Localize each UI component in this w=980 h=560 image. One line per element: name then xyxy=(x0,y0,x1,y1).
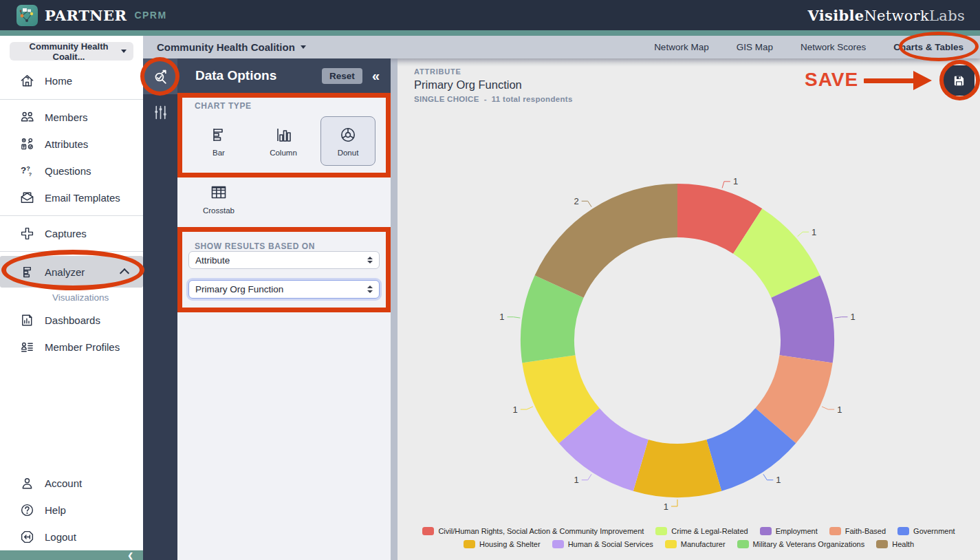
data-label: 1 xyxy=(574,475,578,485)
legend-item-faith-based[interactable]: Faith-Based xyxy=(829,527,886,535)
sidebar-divider xyxy=(0,251,143,252)
legend-item-employment[interactable]: Employment xyxy=(760,527,818,535)
attribute-name: Primary Org Function xyxy=(414,78,573,91)
reset-button[interactable]: Reset xyxy=(322,68,362,84)
chart-type-bar-button[interactable]: Bar xyxy=(186,116,251,166)
data-label: 2 xyxy=(574,196,578,206)
chart-meta: SINGLE CHOICE - 11 total respondents xyxy=(414,95,573,103)
donut-chart[interactable]: 1111111112 xyxy=(398,58,980,560)
partner-logo-icon xyxy=(17,5,38,26)
sidebar-item-help[interactable]: Help xyxy=(0,497,143,524)
sidebar-divider xyxy=(0,215,143,216)
legend-label: Employment xyxy=(776,527,818,535)
partner-brand: PARTNER CPRM xyxy=(17,5,167,26)
column-chart-icon xyxy=(274,125,293,144)
chevron-up-icon xyxy=(120,268,129,278)
results-basis-select[interactable]: Attribute xyxy=(188,251,380,269)
sidebar-item-member-profiles[interactable]: Member Profiles xyxy=(0,334,143,360)
sidebar-item-home[interactable]: Home xyxy=(0,67,143,95)
data-label: 1 xyxy=(851,312,856,322)
chart-type-group: BarColumnDonut xyxy=(186,116,375,166)
sidebar-item-label: Account xyxy=(45,477,82,489)
sidebar-item-attributes[interactable]: Attributes xyxy=(0,131,143,158)
sidebar-item-label: Attributes xyxy=(45,138,88,150)
chart-type-crosstab-button[interactable]: Crosstab xyxy=(186,174,251,224)
legend-swatch xyxy=(464,540,475,548)
legend-label: Manufacturer xyxy=(681,540,726,548)
data-label: 1 xyxy=(812,227,816,237)
members-icon xyxy=(19,109,35,125)
sidebar-item-members[interactable]: Members xyxy=(0,104,143,131)
data-label-leader xyxy=(582,474,591,480)
sidebar-item-logout[interactable]: Logout xyxy=(0,524,143,550)
network-title-text: Community Health Coalition xyxy=(157,41,295,53)
analyzer-magnifier-icon xyxy=(152,68,169,85)
visible-network-labs-wordmark: VisibleNetworkLabs xyxy=(808,7,965,24)
network-select[interactable]: Community Health Coalit... xyxy=(10,42,133,61)
donut-slice-health[interactable] xyxy=(535,184,677,298)
top-bar: PARTNER CPRM VisibleNetworkLabs xyxy=(0,0,980,30)
chart-type-donut-button[interactable]: Donut xyxy=(320,116,375,166)
panel-collapse-icon[interactable]: « xyxy=(372,68,380,84)
chart-type-label: Column xyxy=(270,149,297,157)
save-chart-button[interactable] xyxy=(944,65,974,96)
nav-charts-tables[interactable]: Charts & Tables xyxy=(893,42,963,52)
sidebar-item-dashboards[interactable]: Dashboards xyxy=(0,307,143,334)
data-label: 1 xyxy=(513,405,518,415)
legend-item-health[interactable]: Health xyxy=(876,540,914,548)
legend-label: Housing & Shelter xyxy=(479,540,541,548)
panel-scrollbar[interactable] xyxy=(391,58,398,560)
sidebar-item-label: Analyzer xyxy=(45,266,85,278)
legend-label: Government xyxy=(913,527,955,535)
sidebar-item-label: Members xyxy=(45,111,88,123)
sidebar-item-label: Help xyxy=(45,504,66,516)
nav-network-map[interactable]: Network Map xyxy=(654,42,709,52)
member-profiles-icon xyxy=(19,339,35,355)
sidebar-item-label: Questions xyxy=(45,165,91,177)
sidebar-item-captures[interactable]: Captures xyxy=(0,220,143,247)
svg-text:?: ? xyxy=(27,165,30,172)
donut-chart-icon xyxy=(338,125,358,144)
legend-item-human-social-services[interactable]: Human & Social Services xyxy=(552,540,653,548)
sidebar-item-label: Logout xyxy=(45,531,76,543)
data-label-leader xyxy=(722,182,730,189)
legend-item-government[interactable]: Government xyxy=(897,527,955,535)
legend-item-housing-shelter[interactable]: Housing & Shelter xyxy=(464,540,541,548)
legend-item-civil-human-rights-social-action-community-improvement[interactable]: Civil/Human Rights, Social Action & Comm… xyxy=(422,527,644,535)
sidebar-item-label: Dashboards xyxy=(45,314,100,326)
filters-tool-button[interactable] xyxy=(143,94,177,130)
chart-type-label: Crosstab xyxy=(203,206,235,215)
crosstab-row: Crosstab xyxy=(186,174,251,224)
analyzer-tool-button[interactable] xyxy=(143,58,177,94)
legend-item-manufacturer[interactable]: Manufacturer xyxy=(665,540,726,548)
nav-network-scores[interactable]: Network Scores xyxy=(801,42,866,52)
data-label-leader xyxy=(822,407,834,409)
legend-label: Human & Social Services xyxy=(568,540,653,548)
legend-label: Civil/Human Rights, Social Action & Comm… xyxy=(438,527,644,535)
account-icon xyxy=(19,475,35,491)
legend-item-crime-legal-related[interactable]: Crime & Legal-Related xyxy=(655,527,748,535)
nav-gis-map[interactable]: GIS Map xyxy=(737,42,773,52)
sidebar-item-questions[interactable]: ???Questions xyxy=(0,158,143,184)
legend-swatch xyxy=(665,540,677,548)
legend-label: Health xyxy=(892,540,914,548)
sidebar-spacer xyxy=(0,360,143,470)
network-title-dropdown[interactable]: Community Health Coalition xyxy=(157,41,306,53)
legend-swatch xyxy=(760,527,772,535)
attributes-icon xyxy=(19,136,35,152)
legend-item-military-veterans-organizations[interactable]: Military & Veterans Organizations xyxy=(737,540,865,548)
sidebar-item-analyzer[interactable]: Analyzer xyxy=(0,256,143,288)
data-options-header: Data Options Reset « xyxy=(177,58,391,93)
donut-slice-housing-shelter[interactable] xyxy=(633,440,721,497)
data-label-leader xyxy=(835,317,848,318)
choice-type: SINGLE CHOICE xyxy=(414,95,479,103)
chart-type-column-button[interactable]: Column xyxy=(251,116,316,166)
page: PARTNER CPRM VisibleNetworkLabs Communit… xyxy=(0,0,980,560)
legend-swatch xyxy=(552,540,564,548)
sidebar-item-email-templates[interactable]: Email Templates xyxy=(0,184,143,211)
sidebar-collapse-bar[interactable]: ❮ xyxy=(0,550,143,560)
legend-label: Military & Veterans Organizations xyxy=(753,540,865,548)
sidebar-item-account[interactable]: Account xyxy=(0,470,143,497)
attribute-select[interactable]: Primary Org Function xyxy=(188,280,380,299)
sidebar-subitem-visualizations[interactable]: Visualizations xyxy=(0,288,143,307)
